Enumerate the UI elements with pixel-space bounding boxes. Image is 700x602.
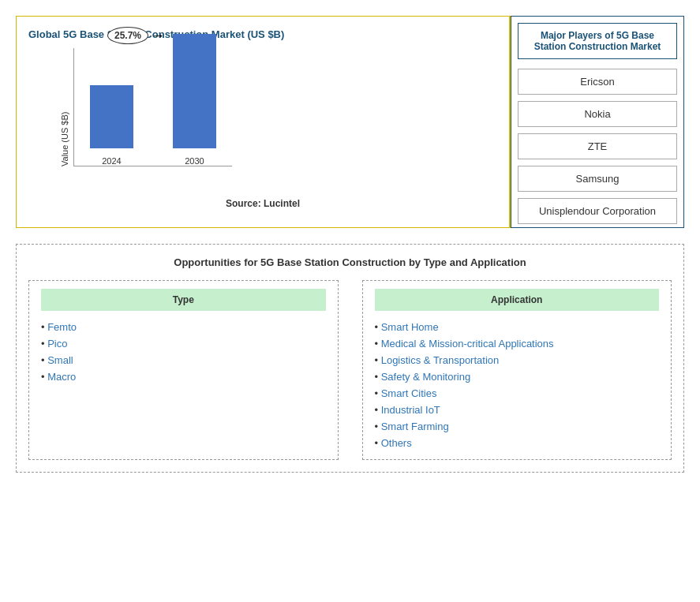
annotation-bubble: 25.7%	[107, 27, 148, 44]
app-item-smart-farming: Smart Farming	[375, 418, 660, 435]
bar-2030-bar	[173, 34, 216, 148]
chart-area: 25.7% → Value (US $B) 2024 2030	[28, 48, 497, 190]
major-players-section: Major Players of 5G Base Station Constru…	[511, 16, 684, 228]
app-item-medical: Medical & Mission-critical Applications	[375, 335, 660, 352]
bars-container: 2024 2030	[73, 48, 232, 166]
type-item-femto: Femto	[41, 319, 326, 335]
app-item-others: Others	[375, 435, 660, 451]
player-unisplendour: Unisplendour Corporation	[518, 198, 677, 224]
player-zte: ZTE	[518, 133, 677, 159]
y-axis-label: Value (US $B)	[60, 48, 69, 166]
app-item-industrial-iot: Industrial IoT	[375, 402, 660, 418]
bar-2024-label: 2024	[102, 156, 121, 166]
type-column: Type Femto Pico Small Macro	[28, 280, 339, 460]
player-nokia: Nokia	[518, 101, 677, 127]
bar-2030: 2030	[173, 34, 216, 166]
type-header: Type	[41, 289, 326, 311]
major-players-title: Major Players of 5G Base Station Constru…	[518, 23, 677, 59]
columns-container: Type Femto Pico Small Macro Application …	[28, 280, 672, 460]
app-item-logistics: Logistics & Transportation	[375, 352, 660, 368]
type-item-pico: Pico	[41, 335, 326, 352]
bar-2030-label: 2030	[185, 156, 204, 166]
opportunities-section: Opportunities for 5G Base Station Constr…	[16, 244, 684, 473]
type-item-macro: Macro	[41, 368, 326, 385]
app-item-safety: Safety & Monitoring	[375, 368, 660, 385]
chart-section: Global 5G Base Station Construction Mark…	[16, 16, 510, 228]
bar-2024-bar	[90, 85, 133, 148]
player-ericson: Ericson	[518, 69, 677, 95]
app-item-smart-home: Smart Home	[375, 319, 660, 335]
type-item-small: Small	[41, 352, 326, 368]
app-item-smart-cities: Smart Cities	[375, 385, 660, 402]
application-column: Application Smart Home Medical & Mission…	[362, 280, 672, 460]
source-text: Source: Lucintel	[28, 198, 497, 213]
opportunities-title: Opportunities for 5G Base Station Constr…	[28, 256, 672, 268]
application-header: Application	[375, 289, 660, 311]
player-samsung: Samsung	[518, 166, 677, 192]
bar-2024: 2024	[90, 85, 133, 166]
annotation-arrow: →	[151, 28, 165, 44]
